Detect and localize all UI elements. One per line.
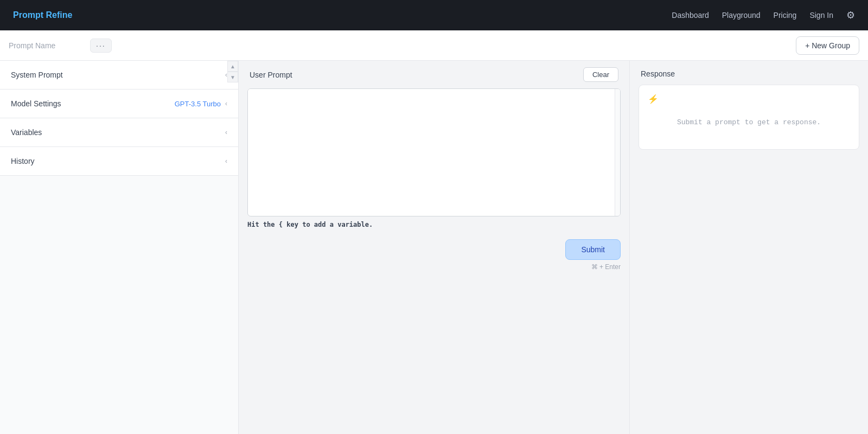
brand-logo: Prompt Refine [13,10,72,20]
sidebar-label-model-settings: Model Settings [11,99,61,108]
user-prompt-textarea[interactable] [248,89,620,214]
center-panel: User Prompt Clear Hit the { key to add a… [239,61,629,434]
chevron-icon-2: ‹ [225,129,227,136]
shortcut-hint: ⌘ + Enter [591,263,621,271]
nav-signin[interactable]: Sign In [809,11,833,20]
scroll-up-arrow[interactable]: ▲ [227,61,238,72]
sidebar-item-history[interactable]: History ‹ [0,147,238,176]
nav-dashboard[interactable]: Dashboard [672,11,709,20]
toolbar-left: ··· [9,39,112,53]
right-panel: Response ⚡ Submit a prompt to get a resp… [629,61,868,434]
submit-button[interactable]: Submit [565,239,621,260]
sidebar-label-history: History [11,157,35,165]
submit-area: Submit ⌘ + Enter [239,233,629,277]
sidebar-item-right-3: ‹ [225,157,227,165]
clear-button[interactable]: Clear [583,67,618,82]
response-card: ⚡ Submit a prompt to get a response. [639,85,859,150]
response-header: Response [630,61,868,85]
dots-menu-button[interactable]: ··· [90,39,112,53]
sidebar-item-model-settings[interactable]: Model Settings GPT-3.5 Turbo ‹ [0,90,238,118]
settings-icon[interactable]: ⚙ [846,9,855,21]
nav-pricing[interactable]: Pricing [774,11,797,20]
main-layout: ▲ ▼ System Prompt ‹ Model Settings GPT-3… [0,61,868,434]
navbar: Prompt Refine Dashboard Playground Prici… [0,0,868,30]
new-group-button[interactable]: + New Group [796,36,859,55]
variable-hint: Hit the { key to add a variable. [239,216,629,233]
toolbar: ··· + New Group [0,30,868,61]
center-scroll: User Prompt Clear Hit the { key to add a… [239,61,629,434]
chevron-icon-3: ‹ [225,157,227,165]
flash-icon: ⚡ [648,94,850,104]
sidebar: ▲ ▼ System Prompt ‹ Model Settings GPT-3… [0,61,239,434]
sidebar-item-variables[interactable]: Variables ‹ [0,118,238,147]
variable-hint-key: { [279,221,283,228]
chevron-icon-1: ‹ [225,100,227,107]
scroll-down-arrow[interactable]: ▼ [227,72,238,82]
sidebar-item-right-2: ‹ [225,129,227,136]
sidebar-scroll-controls: ▲ ▼ [227,61,238,82]
sidebar-item-system-prompt[interactable]: System Prompt ‹ [0,61,238,90]
response-placeholder: Submit a prompt to get a response. [648,110,850,135]
user-prompt-title: User Prompt [250,71,292,79]
prompt-name-input[interactable] [9,41,85,50]
nav-playground[interactable]: Playground [722,11,761,20]
sidebar-label-variables: Variables [11,128,42,137]
model-badge: GPT-3.5 Turbo [175,100,221,108]
sidebar-label-system-prompt: System Prompt [11,71,63,79]
variable-hint-prefix: Hit the [247,221,279,228]
textarea-scrollbar [615,89,620,216]
prompt-textarea-wrapper [247,88,621,216]
sidebar-item-right-1: GPT-3.5 Turbo ‹ [175,100,227,108]
user-prompt-header: User Prompt Clear [239,61,629,88]
variable-hint-suffix: key to add a variable. [283,221,373,228]
nav-links: Dashboard Playground Pricing Sign In ⚙ [672,9,855,21]
